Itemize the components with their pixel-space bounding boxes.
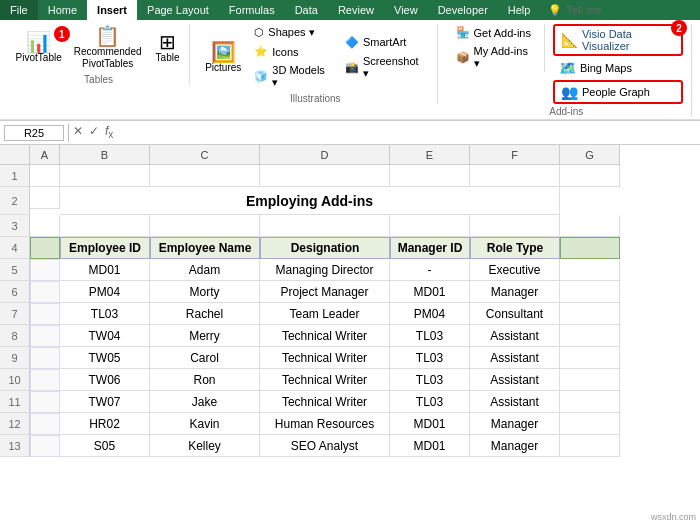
cell-f3[interactable] [470,215,560,237]
cell-b4-header[interactable]: Employee ID [60,237,150,259]
3d-models-button[interactable]: 🧊 3D Models ▾ [248,62,335,91]
tab-home[interactable]: Home [38,0,87,20]
cell-b1[interactable] [60,165,150,187]
cell-d5[interactable]: Managing Director [260,259,390,281]
col-header-d[interactable]: D [260,145,390,165]
tab-data[interactable]: Data [285,0,328,20]
cell-e6[interactable]: MD01 [390,281,470,303]
col-header-c[interactable]: C [150,145,260,165]
cell-c8[interactable]: Merry [150,325,260,347]
cell-c6[interactable]: Morty [150,281,260,303]
cell-d8[interactable]: Technical Writer [260,325,390,347]
cell-d10[interactable]: Technical Writer [260,369,390,391]
tab-file[interactable]: File [0,0,38,20]
name-box[interactable] [4,125,64,141]
tab-help[interactable]: Help [498,0,541,20]
visio-data-visualizer-button[interactable]: 📐 Visio Data Visualizer 2 [553,24,683,56]
cell-e5[interactable]: - [390,259,470,281]
cell-g5[interactable] [560,259,620,281]
cell-c7[interactable]: Rachel [150,303,260,325]
cell-c10[interactable]: Ron [150,369,260,391]
cell-g11[interactable] [560,391,620,413]
tab-review[interactable]: Review [328,0,384,20]
cell-b12[interactable]: HR02 [60,413,150,435]
cell-b13[interactable]: S05 [60,435,150,457]
bing-maps-button[interactable]: 🗺️ Bing Maps [553,58,683,78]
cell-a5[interactable] [30,259,60,281]
recommended-pivottables-button[interactable]: 📋 RecommendedPivotTables [70,24,146,72]
cell-a1[interactable] [30,165,60,187]
cell-c4-header[interactable]: Employee Name [150,237,260,259]
cell-a6[interactable] [30,281,60,303]
cell-d7[interactable]: Team Leader [260,303,390,325]
cell-f13[interactable]: Manager [470,435,560,457]
cell-d4-header[interactable]: Designation [260,237,390,259]
tab-page-layout[interactable]: Page Layout [137,0,219,20]
cell-e8[interactable]: TL03 [390,325,470,347]
col-header-b[interactable]: B [60,145,150,165]
cell-c1[interactable] [150,165,260,187]
cell-e1[interactable] [390,165,470,187]
cell-d6[interactable]: Project Manager [260,281,390,303]
cell-c12[interactable]: Kavin [150,413,260,435]
people-graph-button[interactable]: 👥 People Graph [553,80,683,104]
cell-f7[interactable]: Consultant [470,303,560,325]
cell-g1[interactable] [560,165,620,187]
icons-button[interactable]: ⭐ Icons [248,43,335,60]
col-header-e[interactable]: E [390,145,470,165]
function-icon[interactable]: fx [105,124,113,140]
cell-d9[interactable]: Technical Writer [260,347,390,369]
cell-c3[interactable] [150,215,260,237]
cell-d12[interactable]: Human Resources [260,413,390,435]
cell-a4[interactable] [30,237,60,259]
cell-e9[interactable]: TL03 [390,347,470,369]
cell-f4-header[interactable]: Role Type [470,237,560,259]
cell-e10[interactable]: TL03 [390,369,470,391]
cell-g4[interactable] [560,237,620,259]
cell-f6[interactable]: Manager [470,281,560,303]
cell-g10[interactable] [560,369,620,391]
pivottable-button[interactable]: 📊 PivotTable 1 [12,30,66,66]
cell-e11[interactable]: TL03 [390,391,470,413]
cell-b5[interactable]: MD01 [60,259,150,281]
cell-b10[interactable]: TW06 [60,369,150,391]
my-addins-button[interactable]: 📦 My Add-ins ▾ [450,43,538,72]
get-addins-button[interactable]: 🏪 Get Add-ins [450,24,538,41]
cell-g3[interactable] [560,215,620,237]
tab-formulas[interactable]: Formulas [219,0,285,20]
cell-f10[interactable]: Assistant [470,369,560,391]
cell-f1[interactable] [470,165,560,187]
cell-b3[interactable] [60,215,150,237]
cancel-formula-icon[interactable]: ✕ [73,124,83,140]
cell-a11[interactable] [30,391,60,413]
cell-g13[interactable] [560,435,620,457]
cell-b7[interactable]: TL03 [60,303,150,325]
shapes-button[interactable]: ⬡ Shapes ▾ [248,24,335,41]
cell-a12[interactable] [30,413,60,435]
cell-a3[interactable] [30,215,60,237]
col-header-f[interactable]: F [470,145,560,165]
formula-input[interactable] [117,125,696,141]
cell-f11[interactable]: Assistant [470,391,560,413]
tab-insert[interactable]: Insert [87,0,137,20]
cell-d13[interactable]: SEO Analyst [260,435,390,457]
cell-g7[interactable] [560,303,620,325]
title-cell[interactable]: Employing Add-ins [60,187,560,215]
cell-g8[interactable] [560,325,620,347]
tab-developer[interactable]: Developer [428,0,498,20]
cell-d3[interactable] [260,215,390,237]
cell-e12[interactable]: MD01 [390,413,470,435]
col-header-g[interactable]: G [560,145,620,165]
cell-a10[interactable] [30,369,60,391]
cell-e7[interactable]: PM04 [390,303,470,325]
cell-g9[interactable] [560,347,620,369]
cell-b9[interactable]: TW05 [60,347,150,369]
cell-g12[interactable] [560,413,620,435]
screenshot-button[interactable]: 📸 Screenshot ▾ [339,53,429,82]
cell-f5[interactable]: Executive [470,259,560,281]
cell-f8[interactable]: Assistant [470,325,560,347]
cell-b8[interactable]: TW04 [60,325,150,347]
cell-c9[interactable]: Carol [150,347,260,369]
col-header-a[interactable]: A [30,145,60,165]
cell-g6[interactable] [560,281,620,303]
